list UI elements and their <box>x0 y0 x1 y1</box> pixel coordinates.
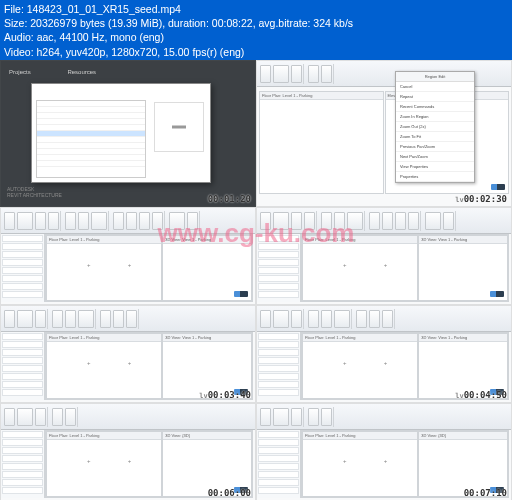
thumbnail-grid: Projects Resources AUTODESK REVIT ARCHIT… <box>0 60 512 500</box>
properties-panel[interactable] <box>257 332 301 400</box>
thumb-1: Floor Plan: Level 1 - Parking Elevation:… <box>256 60 512 207</box>
splash-tab-projects: Projects <box>9 69 31 75</box>
open-file-dialog[interactable] <box>31 83 211 183</box>
properties-panel[interactable] <box>1 430 45 498</box>
revit-brand: AUTODESK REVIT ARCHITECTURE <box>7 186 62 198</box>
ribbon[interactable] <box>1 208 255 234</box>
ctx-prevpan[interactable]: Previous Pan/Zoom <box>396 142 474 152</box>
video-line: Video: h264, yuv420p, 1280x720, 15.00 fp… <box>4 45 508 59</box>
ctx-recent[interactable]: Recent Commands <box>396 102 474 112</box>
ribbon[interactable] <box>257 306 511 332</box>
timestamp-6: 00:06:00 <box>208 488 251 498</box>
ctx-zoomfit[interactable]: Zoom To Fit <box>396 132 474 142</box>
properties-panel[interactable] <box>257 430 301 498</box>
ribbon[interactable] <box>257 404 511 430</box>
thumb-4: Floor Plan: Level 1 - Parking 3D View: V… <box>0 305 256 403</box>
ctx-repeat[interactable]: Repeat <box>396 92 474 102</box>
ctx-props[interactable]: Properties <box>396 172 474 182</box>
splash-tab-resources: Resources <box>67 69 96 75</box>
ctx-zoomout[interactable]: Zoom Out (2x) <box>396 122 474 132</box>
ctx-viewprops[interactable]: View Properties <box>396 162 474 172</box>
thumb-2: Floor Plan: Level 1 - Parking 3D View: V… <box>0 207 256 305</box>
timestamp-0: 00:01:20 <box>208 194 251 204</box>
thumb-0: Projects Resources AUTODESK REVIT ARCHIT… <box>0 60 256 207</box>
ribbon[interactable] <box>1 404 255 430</box>
timestamp-7: 00:07:10 <box>464 488 507 498</box>
autodesk-logo-icon <box>491 184 505 190</box>
thumb-3: Floor Plan: Level 1 - Parking 3D View: V… <box>256 207 512 305</box>
file-preview <box>154 102 204 152</box>
context-menu-title: Region Edit <box>396 72 474 82</box>
file-line: File: 148423_01_01_XR15_seed.mp4 <box>4 2 508 16</box>
properties-panel[interactable] <box>1 332 45 400</box>
ctx-cancel[interactable]: Cancel <box>396 82 474 92</box>
ribbon[interactable] <box>1 306 255 332</box>
audio-line: Audio: aac, 44100 Hz, mono (eng) <box>4 30 508 44</box>
properties-panel[interactable] <box>257 234 301 302</box>
properties-panel[interactable] <box>1 234 45 302</box>
thumb-6: Floor Plan: Level 1 - Parking 3D View: {… <box>0 403 256 500</box>
timestamp-5: lv00:04:50 <box>455 390 507 400</box>
size-line: Size: 20326979 bytes (19.39 MiB), durati… <box>4 16 508 30</box>
ctx-nextpan[interactable]: Next Pan/Zoom <box>396 152 474 162</box>
timestamp-4: lv00:03:40 <box>199 390 251 400</box>
autodesk-logo-icon <box>234 291 248 297</box>
file-list[interactable] <box>36 100 146 178</box>
revit-splash: Projects Resources AUTODESK REVIT ARCHIT… <box>1 61 255 206</box>
autodesk-logo-icon <box>490 291 504 297</box>
thumb-5: Floor Plan: Level 1 - Parking 3D View: V… <box>256 305 512 403</box>
context-menu[interactable]: Region Edit Cancel Repeat Recent Command… <box>395 71 475 183</box>
ribbon[interactable] <box>257 208 511 234</box>
ctx-zoomin[interactable]: Zoom In Region <box>396 112 474 122</box>
timestamp-1: lv00:02:30 <box>455 194 507 204</box>
thumb-7: Floor Plan: Level 1 - Parking 3D View: {… <box>256 403 512 500</box>
pane-floorplan[interactable]: Floor Plan: Level 1 - Parking <box>259 91 384 194</box>
